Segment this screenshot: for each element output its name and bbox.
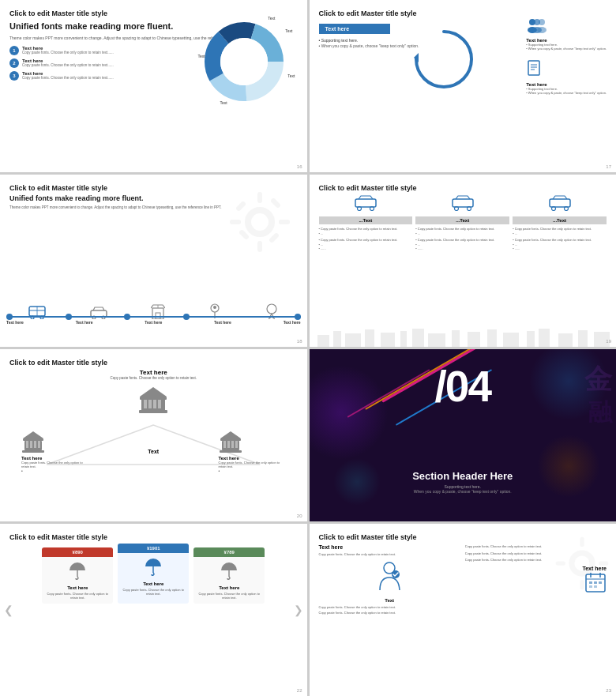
- svg-rect-69: [148, 399, 152, 408]
- slide-2-title: Click to edit Master title style: [319, 9, 607, 17]
- svg-rect-81: [23, 438, 43, 441]
- slide-8: Click to edit Master title style Text he…: [310, 524, 617, 696]
- left-extra: •: [21, 468, 88, 473]
- svg-point-40: [267, 304, 276, 314]
- card-3-desc: Copy paste fonts. Choose the only option…: [197, 592, 261, 600]
- nav-arrow-left[interactable]: ❮: [4, 604, 13, 616]
- svg-rect-63: [539, 329, 550, 347]
- left-text-1: Copy paste fonts. Choose the only option…: [319, 552, 460, 557]
- timeline-line: [6, 316, 301, 318]
- deco-circle-left-bottom: [333, 458, 381, 506]
- left-bullet: Copy paste fonts. Choose the only option…: [21, 461, 88, 468]
- donut-label-5: Text: [198, 54, 205, 58]
- timeline-dot-4: [183, 314, 190, 320]
- svg-rect-65: [578, 330, 588, 347]
- slide-grid: Click to edit Master title style Unified…: [0, 0, 616, 696]
- col-3-icon: [513, 195, 607, 214]
- slide-num-8: 23: [606, 688, 611, 693]
- list-num-3: 3: [9, 71, 19, 81]
- svg-rect-61: [503, 333, 519, 347]
- right-extra: •: [219, 468, 286, 473]
- slide-4: Click to edit Master title style ...Text…: [310, 175, 617, 347]
- nav-arrow-right[interactable]: ❯: [294, 604, 303, 616]
- timeline-labels: Text here Text here Text here Text here …: [6, 320, 301, 325]
- car-icon-col2: [452, 195, 474, 211]
- card-2: ¥1901 Text here Copy paste fonts. Choose…: [118, 544, 189, 604]
- svg-point-12: [537, 27, 547, 33]
- tl-label-4: Text here: [214, 320, 231, 325]
- cards-container: ¥890 Text here Copy paste fonts. Choose …: [9, 547, 298, 604]
- card-2-body: Text here Copy paste fonts. Choose the o…: [118, 553, 189, 600]
- svg-rect-110: [556, 561, 565, 565]
- left-text-2: Copy paste fonts. Choose the only option…: [319, 605, 460, 610]
- donut-svg: [197, 14, 291, 109]
- svg-rect-54: [381, 333, 395, 347]
- svg-rect-83: [22, 450, 44, 453]
- bank-icon-right: [219, 429, 242, 453]
- card-3-header: ¥789: [193, 547, 265, 557]
- col-1-header: ...Text: [319, 216, 413, 224]
- svg-rect-20: [257, 241, 262, 252]
- col-2: ...Text • Copy paste fonts. Choose the o…: [415, 195, 509, 325]
- slide-num-4: 19: [606, 339, 611, 344]
- watermark-char-2: 融: [588, 397, 612, 429]
- slide-8-content: Text here Copy paste fonts. Choose the o…: [319, 544, 607, 615]
- svg-rect-85: [223, 441, 226, 448]
- people-icon: [526, 17, 548, 33]
- col-1-icon: [319, 195, 413, 214]
- svg-rect-68: [144, 399, 147, 408]
- svg-rect-52: [345, 333, 361, 347]
- svg-rect-72: [140, 397, 167, 400]
- svg-rect-57: [428, 333, 445, 347]
- umbrella-icon-2: [144, 557, 163, 576]
- arrow-svg: [412, 28, 475, 91]
- svg-rect-78: [30, 441, 32, 448]
- slide-8-left: Text here Copy paste fonts. Choose the o…: [319, 544, 460, 615]
- svg-rect-64: [558, 333, 573, 347]
- icon-document-group: Text here • Supporting text here. • When…: [526, 60, 607, 95]
- card-2-header: ¥1901: [118, 544, 189, 553]
- svg-rect-13: [528, 61, 539, 75]
- slide-5-center: Text here Copy paste fonts. Choose the o…: [9, 369, 298, 380]
- right-bullet-2b: • When you copy & paste, choose "keep te…: [526, 91, 607, 95]
- svg-rect-44: [453, 199, 473, 207]
- svg-point-39: [213, 306, 216, 309]
- svg-rect-22: [279, 220, 290, 224]
- svg-rect-88: [235, 441, 238, 448]
- svg-rect-70: [153, 399, 156, 408]
- col-2-body: • Copy paste fonts. Choose the only opti…: [415, 227, 509, 251]
- card-1-desc: Copy paste fonts. Choose the only option…: [46, 592, 109, 600]
- section-header-group: Section Header Here Supporting text here…: [412, 470, 513, 494]
- columns-container: ...Text • Copy paste fonts. Choose the o…: [319, 195, 607, 325]
- timeline-dot-3: [124, 314, 130, 320]
- right-icons: Text here • Supporting text here. • When…: [526, 17, 607, 95]
- donut-label-1: Text: [268, 16, 275, 21]
- watermark-gear: [228, 190, 291, 257]
- big-number: /04: [435, 361, 490, 412]
- slide-4-title: Click to edit Master title style: [319, 184, 607, 192]
- slide-6: 金 融 /04 Section Header Here Supporting t…: [310, 349, 617, 521]
- timeline-container: Text here Text here Text here Text here …: [6, 316, 301, 325]
- donut-label-3: Text: [287, 73, 295, 78]
- slide-8-right: Copy paste fonts. Choose the only option…: [465, 544, 607, 615]
- svg-rect-86: [227, 441, 230, 448]
- svg-rect-55: [400, 331, 407, 347]
- slide-num-3: 18: [297, 339, 302, 344]
- svg-rect-23: [235, 201, 246, 212]
- timeline-dot-1: [6, 314, 13, 320]
- svg-marker-90: [220, 431, 241, 438]
- center-desc: Copy paste fonts. Choose the only option…: [9, 376, 298, 380]
- tl-label-3: Text here: [145, 320, 162, 325]
- tl-label-1: Text here: [6, 320, 24, 325]
- svg-rect-53: [365, 329, 374, 347]
- car-icon-col1: [355, 195, 377, 211]
- slide-5-title: Click to edit Master title style: [9, 359, 298, 367]
- svg-rect-21: [230, 220, 241, 224]
- svg-point-5: [220, 38, 268, 85]
- slide-2: Click to edit Master title style Text he…: [310, 0, 617, 172]
- svg-rect-56: [412, 329, 424, 347]
- svg-rect-51: [333, 331, 341, 347]
- col-3: ...Text • Copy paste fonts. Choose the o…: [513, 195, 607, 325]
- list-num-2: 2: [9, 58, 19, 68]
- list-desc-3: Copy paste fonts. Choose the only option…: [22, 76, 114, 80]
